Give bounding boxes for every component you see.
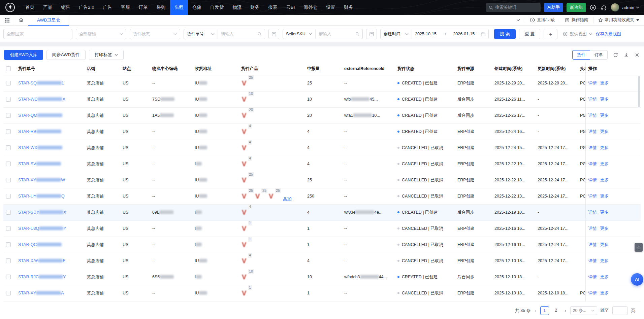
select-all-checkbox[interactable] [6,66,11,71]
page-size-select[interactable]: 20 条... [570,306,597,315]
more-link[interactable]: 更多 [600,275,609,279]
product-thumbnail[interactable]: V25 [241,174,249,186]
create-awd-inbound-button[interactable]: 创建AWD入库 [4,50,43,60]
date-to[interactable]: 2026-01-15 [453,32,475,36]
row-checkbox[interactable] [6,178,11,182]
detail-link[interactable]: 详情 [588,226,597,231]
live-replay-link[interactable]: 直播/回放 [525,17,559,23]
product-thumbnail[interactable]: V25 [241,190,249,202]
shipment-id-link[interactable]: STAR-U3QY [18,226,66,231]
row-checkbox[interactable] [6,97,11,102]
row-checkbox[interactable] [6,275,11,279]
global-search-input[interactable] [495,5,538,10]
next-page-icon[interactable]: › [564,308,567,313]
sku-batch-search-button[interactable] [366,29,377,39]
nav-item-1[interactable]: 产品 [39,0,57,15]
nav-item-6[interactable]: 订单 [134,0,152,15]
save-view-link[interactable]: 保存为新视图 [596,31,621,37]
shipment-id-link[interactable]: STAR-WX [18,145,62,150]
shipment-id-link[interactable]: STAR-XA6E [18,258,66,263]
detail-link[interactable]: 详情 [588,242,597,247]
row-checkbox[interactable] [6,162,11,166]
nav-item-4[interactable]: 广告 [99,0,117,15]
detail-link[interactable]: 详情 [588,81,597,85]
prev-page-icon[interactable]: ‹ [534,308,537,313]
row-checkbox[interactable] [6,210,11,215]
table-scrollbar[interactable] [638,76,640,107]
detail-link[interactable]: 详情 [588,210,597,215]
product-thumbnail[interactable]: V1 [241,287,249,299]
more-link[interactable]: 更多 [600,291,609,295]
detail-link[interactable]: 详情 [588,275,597,279]
segment-order[interactable]: 订单 [590,50,608,60]
tab-awd-warehouse[interactable]: AWD卫星仓 [28,15,69,26]
headset-icon[interactable] [600,4,608,11]
user-menu[interactable]: admin [622,5,639,10]
detail-link[interactable]: 详情 [588,194,597,199]
shipment-id-link[interactable]: STAR-WCX [18,97,65,102]
collapse-panel-button[interactable]: « [635,243,643,252]
apps-grid-icon[interactable] [0,15,14,26]
shipment-id-link[interactable]: STAR-RJCY [18,275,66,279]
favorites-menu[interactable]: 常用功能收藏夹 [593,17,644,23]
shipment-id-link[interactable]: STAR-QM [18,113,62,118]
product-thumbnail[interactable]: V25 [241,77,249,89]
print-label-dropdown[interactable]: 打印标签 [89,50,124,60]
more-products-link[interactable]: 共10 [283,196,291,202]
product-thumbnail[interactable]: V10 [241,94,249,105]
nav-item-17[interactable]: 财务 [340,0,357,15]
more-link[interactable]: 更多 [600,129,609,134]
shipment-id-link[interactable]: STAR-SV [18,162,61,166]
date-range-picker[interactable]: 2025-10-15 2026-01-15 [412,29,488,39]
shipment-status-filter[interactable]: 货件状态 [130,29,180,39]
shipment-field-select[interactable]: 货件单号 [184,29,218,39]
more-link[interactable]: 更多 [600,242,609,247]
shipment-id-link[interactable]: STAR-QC [18,242,62,247]
date-from[interactable]: 2025-10-15 [415,32,437,36]
user-avatar[interactable] [611,3,619,11]
more-link[interactable]: 更多 [600,178,609,182]
nav-item-15[interactable]: 海外仓 [299,0,322,15]
detail-link[interactable]: 详情 [588,97,597,102]
page-number-2[interactable]: 2 [552,306,560,315]
more-link[interactable]: 更多 [600,81,609,85]
detail-link[interactable]: 详情 [588,113,597,118]
gear-icon[interactable] [634,52,640,58]
product-thumbnail[interactable]: V25 [255,190,263,202]
nav-item-10[interactable]: 自发货 [206,0,228,15]
nav-item-3[interactable]: 广告2.0 [74,0,99,15]
product-thumbnail[interactable]: V25 [268,190,276,202]
add-filter-button[interactable]: + [544,29,557,39]
new-feature-button[interactable]: 新功能 [567,3,586,12]
country-input[interactable] [7,32,69,36]
detail-link[interactable]: 详情 [588,162,597,166]
nav-item-11[interactable]: 物流 [228,0,246,15]
row-checkbox[interactable] [6,226,11,231]
nav-item-16[interactable]: 设置 [322,0,340,15]
jump-page-input[interactable] [612,306,628,315]
product-thumbnail[interactable]: V4 [241,207,249,218]
shop-filter[interactable]: 全部店铺 [76,29,126,39]
reset-button[interactable]: 重 置 [519,29,541,39]
product-thumbnail[interactable]: V1 [241,239,249,250]
download-icon[interactable] [623,52,629,58]
nav-item-7[interactable]: 采购 [152,0,170,15]
shipment-id-link[interactable]: STAR-XYW [18,178,65,182]
sku-input[interactable] [319,32,353,36]
shipment-id-link[interactable]: STAR-SUYX [18,210,66,215]
more-link[interactable]: 更多 [600,97,609,102]
segment-shipment[interactable]: 货件 [572,50,590,60]
shipment-id-link[interactable]: STAR-XYA [18,291,64,295]
more-link[interactable]: 更多 [600,258,609,263]
product-thumbnail[interactable]: V4 [241,255,249,267]
default-view-select[interactable]: 默认视图 [563,31,592,37]
country-filter[interactable] [3,29,72,39]
detail-link[interactable]: 详情 [588,178,597,182]
product-thumbnail[interactable]: V20 [241,110,249,121]
shipment-id-link[interactable]: STAR-SQ1 [18,81,64,85]
row-checkbox[interactable] [6,81,11,85]
nav-item-12[interactable]: 财务 [246,0,264,15]
shipment-batch-search-button[interactable] [268,29,279,39]
more-link[interactable]: 更多 [600,162,609,166]
search-button[interactable]: 搜 索 [494,29,516,39]
